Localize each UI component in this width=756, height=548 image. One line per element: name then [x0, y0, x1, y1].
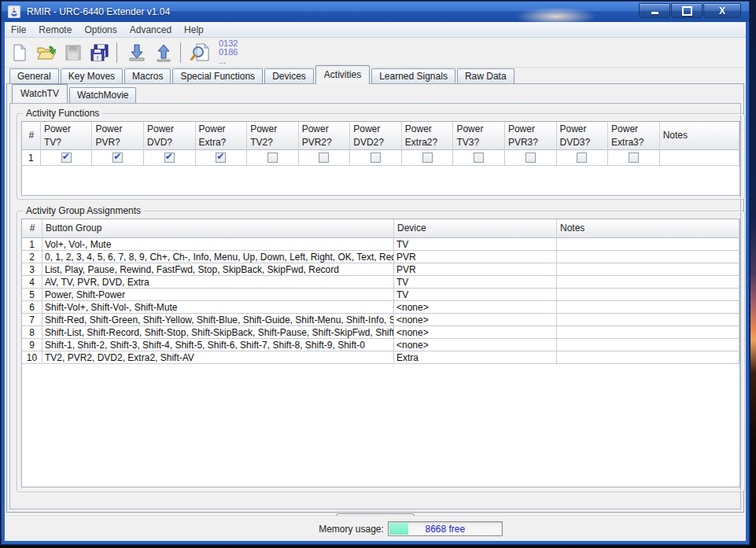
subtab-watchmovie[interactable]: WatchMovie: [69, 87, 137, 103]
minimize-button[interactable]: [639, 3, 670, 18]
menu-file[interactable]: File: [5, 23, 32, 37]
save-as-button[interactable]: I: [88, 41, 112, 64]
notes-cell[interactable]: [557, 351, 739, 364]
watchtv-panel: Activity Functions #Power TV?Power PVR?P…: [9, 103, 741, 509]
power-checkbox[interactable]: [629, 153, 639, 163]
menu-advanced[interactable]: Advanced: [124, 23, 178, 37]
assignment-row[interactable]: 6Shift-Vol+, Shift-Vol-, Shift-Mute<none…: [22, 301, 739, 314]
memory-usage-label: Memory usage:: [319, 524, 384, 535]
power-checkbox[interactable]: [422, 153, 433, 163]
notes-cell[interactable]: [660, 150, 739, 166]
assignment-row[interactable]: 20, 1, 2, 3, 4, 5, 6, 7, 8, 9, Ch+, Ch-,…: [22, 251, 739, 263]
button-group-cell[interactable]: Shift-Vol+, Shift-Vol-, Shift-Mute: [42, 301, 394, 314]
assignment-row[interactable]: 1Vol+, Vol-, MuteTV: [22, 238, 739, 251]
device-cell[interactable]: TV: [394, 238, 557, 251]
power-checkbox[interactable]: [216, 153, 226, 163]
preview-button[interactable]: [189, 41, 212, 64]
tab-learned-signals[interactable]: Learned Signals: [371, 68, 455, 84]
device-cell[interactable]: <none>: [394, 314, 557, 326]
maximize-button[interactable]: [671, 3, 703, 18]
assignment-row[interactable]: 9Shift-1, Shift-2, Shift-3, Shift-4, Shi…: [22, 339, 739, 351]
power-checkbox[interactable]: [61, 153, 72, 163]
assignment-row[interactable]: 8Shift-List, Shift-Record, Shift-Stop, S…: [22, 326, 739, 339]
notes-cell[interactable]: [557, 339, 739, 351]
button-group-cell[interactable]: Vol+, Vol-, Mute: [42, 238, 394, 251]
row-number-cell: 4: [22, 276, 42, 289]
device-cell[interactable]: <none>: [394, 326, 557, 339]
close-icon: X: [719, 6, 725, 17]
notes-cell[interactable]: [557, 289, 739, 301]
notes-cell[interactable]: [557, 263, 739, 276]
row-number-cell: 9: [22, 339, 42, 351]
tab-activities[interactable]: Activities: [315, 65, 370, 84]
device-cell[interactable]: TV: [394, 289, 557, 301]
power-checkbox[interactable]: [371, 153, 381, 163]
tab-general[interactable]: General: [9, 68, 59, 84]
tab-key-moves[interactable]: Key Moves: [61, 68, 123, 84]
tab-macros[interactable]: Macros: [124, 68, 171, 84]
activity-functions-row: 1: [22, 150, 739, 166]
power-checkbox[interactable]: [319, 153, 329, 163]
notes-cell[interactable]: [557, 314, 739, 326]
power-checkbox-cell: [453, 150, 505, 166]
tab-special-functions[interactable]: Special Functions: [172, 68, 263, 84]
af-col-header: #: [22, 122, 41, 150]
assignment-row[interactable]: 10TV2, PVR2, DVD2, Extra2, Shift-AVExtra: [22, 351, 739, 364]
save-button[interactable]: [61, 41, 85, 64]
window-client-area: FileRemoteOptionsAdvancedHelp: [5, 22, 746, 541]
java-cup-icon: [8, 6, 20, 18]
assignment-row[interactable]: 7Shift-Red, Shift-Green, Shift-Yellow, S…: [22, 314, 739, 326]
button-group-cell[interactable]: Shift-List, Shift-Record, Shift-Stop, Sh…: [42, 326, 394, 339]
device-cell[interactable]: <none>: [394, 339, 557, 351]
tab-raw-data[interactable]: Raw Data: [457, 68, 514, 84]
close-button[interactable]: X: [703, 3, 741, 18]
button-group-cell[interactable]: List, Play, Pause, Rewind, FastFwd, Stop…: [42, 263, 394, 276]
power-checkbox[interactable]: [526, 153, 536, 163]
menu-options[interactable]: Options: [78, 23, 123, 37]
button-group-cell[interactable]: AV, TV, PVR, DVD, Extra: [42, 276, 394, 289]
activity-functions-body: 1: [22, 150, 739, 166]
power-checkbox-cell: [350, 150, 402, 166]
notes-cell[interactable]: [557, 301, 739, 314]
title-bar[interactable]: RMIR - URC-6440 Extender v1.04 X: [2, 2, 749, 22]
row-number-cell: 7: [22, 314, 42, 326]
device-cell[interactable]: PVR: [394, 251, 557, 263]
power-checkbox[interactable]: [112, 153, 123, 163]
tab-devices[interactable]: Devices: [264, 68, 314, 84]
ag-col-header: Device: [394, 219, 557, 238]
power-checkbox[interactable]: [164, 153, 175, 163]
af-col-header: Power PVR2?: [299, 122, 351, 150]
notes-cell[interactable]: [557, 251, 739, 263]
button-group-cell[interactable]: Shift-1, Shift-2, Shift-3, Shift-4, Shif…: [42, 339, 394, 351]
power-checkbox-cell: [247, 150, 299, 166]
upload-arrow-icon: [154, 43, 173, 62]
assignment-row[interactable]: 3List, Play, Pause, Rewind, FastFwd, Sto…: [22, 263, 739, 276]
button-group-cell[interactable]: 0, 1, 2, 3, 4, 5, 6, 7, 8, 9, Ch+, Ch-, …: [42, 251, 394, 263]
subtab-watchtv[interactable]: WatchTV: [12, 84, 68, 103]
device-cell[interactable]: <none>: [394, 301, 557, 314]
button-group-cell[interactable]: Shift-Red, Shift-Green, Shift-Yellow, Sh…: [42, 314, 394, 326]
download-from-remote-button[interactable]: [125, 41, 149, 64]
button-group-cell[interactable]: Power, Shift-Power: [42, 289, 394, 301]
upload-to-remote-button[interactable]: [152, 41, 175, 64]
open-file-button[interactable]: [35, 41, 58, 64]
assignment-row[interactable]: 5Power, Shift-PowerTV: [22, 289, 739, 301]
assignment-row[interactable]: 4AV, TV, PVR, DVD, ExtraTV: [22, 276, 739, 289]
notes-cell[interactable]: [557, 326, 739, 339]
device-cell[interactable]: TV: [394, 276, 557, 289]
menu-help[interactable]: Help: [178, 23, 210, 37]
activity-group-assignments-body: 1Vol+, Vol-, MuteTV20, 1, 2, 3, 4, 5, 6,…: [22, 238, 739, 364]
power-checkbox[interactable]: [474, 153, 484, 163]
power-checkbox[interactable]: [577, 153, 587, 163]
notes-cell[interactable]: [557, 238, 739, 251]
af-col-header: Power DVD3?: [557, 122, 609, 150]
power-checkbox[interactable]: [267, 153, 278, 163]
button-group-cell[interactable]: TV2, PVR2, DVD2, Extra2, Shift-AV: [42, 351, 394, 364]
new-file-button[interactable]: [8, 41, 31, 64]
menu-remote[interactable]: Remote: [32, 23, 78, 37]
device-cell[interactable]: Extra: [394, 351, 557, 364]
device-cell[interactable]: PVR: [394, 263, 557, 276]
af-col-header: Power PVR?: [92, 122, 144, 150]
power-checkbox-cell: [41, 150, 93, 166]
notes-cell[interactable]: [557, 276, 739, 289]
